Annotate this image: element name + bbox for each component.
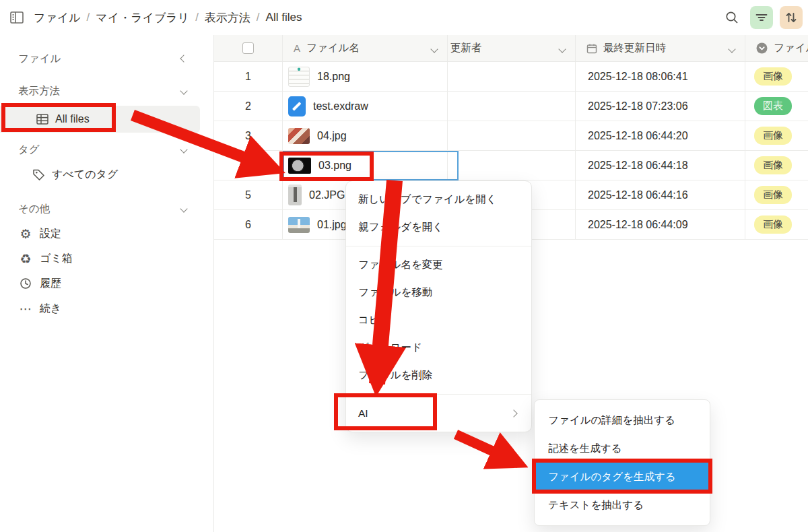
updater-cell [448,121,576,150]
sidebar-item-label: 続き [40,302,61,316]
file-name[interactable]: 03.png [318,160,351,172]
context-menu-item[interactable]: ファイルを削除 [346,362,531,389]
breadcrumb-item-all-files[interactable]: All files [266,11,302,24]
ai-submenu-item[interactable]: ファイルの詳細を抽出する [535,406,710,434]
ai-submenu-item[interactable]: テキストを抽出する [535,491,710,519]
select-all-cell [214,35,283,61]
breadcrumb-separator: / [87,11,90,24]
breadcrumb-item-views[interactable]: 表示方法 [205,10,250,26]
table-row[interactable]: 2 test.exdraw 2025-12-18 07:23:06 図表 [214,92,808,121]
table-row[interactable]: 3 04.jpg 2025-12-18 06:44:20 画像 [214,121,808,151]
chevron-left-icon[interactable] [180,55,187,62]
menu-separator [346,246,531,246]
sidebar-section-tags[interactable]: タグ [0,137,213,162]
chevron-down-icon[interactable] [180,205,187,212]
row-number: 2 [245,100,251,112]
sidebar-section-other[interactable]: その他 [0,197,213,221]
sidebar-section-label: 表示方法 [18,84,60,98]
chevron-down-icon[interactable] [728,45,735,53]
text-type-icon: A [294,42,300,54]
search-button[interactable] [720,6,743,29]
updater-cell [448,92,576,121]
file-name[interactable]: 18.png [317,71,350,83]
sidebar-item-settings[interactable]: ⚙ 設定 [0,222,213,246]
sidebar-item-more[interactable]: ⋯ 続き [0,296,213,321]
sidebar-section-label: タグ [18,143,40,157]
menu-separator [346,394,531,395]
sidebar-item-label: ゴミ箱 [40,252,73,266]
sidebar-item-label: すべてのタグ [52,168,118,182]
chevron-down-icon[interactable] [430,45,438,53]
context-menu-item[interactable]: 新しいタブでファイルを開く [346,186,531,213]
table-row[interactable]: 4 03.png 2025-12-18 06:44:18 画像 [214,151,808,180]
ai-submenu-item[interactable]: ファイルのタグを生成する [535,463,710,491]
file-type-tag[interactable]: 画像 [754,215,792,233]
updated-at: 2025-12-18 06:44:09 [588,219,688,231]
file-thumbnail-exdraw [288,96,306,117]
column-header-type[interactable]: ファイルタイプ [745,35,808,61]
row-number: 3 [245,130,251,142]
tag-icon [32,168,45,181]
sort-button[interactable] [780,6,803,29]
file-name[interactable]: 04.jpg [317,130,347,142]
context-menu-item[interactable]: ファイルを移動 [346,279,531,306]
search-icon [725,10,739,25]
table-header-row: A ファイル名 更新者 最終更新日時 [214,35,808,62]
row-number: 5 [245,189,251,201]
column-header-label: ファイルタイプ [774,41,808,55]
file-type-tag[interactable]: 画像 [754,127,792,144]
recycle-icon: ♻ [18,253,33,265]
select-all-checkbox[interactable] [242,42,254,54]
file-name[interactable]: 02.JPG [309,189,345,201]
topbar-actions [720,0,803,35]
sidebar: ファイル 表示方法 All files タグ すべてのタグ その他 [0,35,214,532]
context-menu-item[interactable]: ダウンロード [346,334,531,362]
column-header-name[interactable]: A ファイル名 [283,35,448,61]
chevron-down-icon[interactable] [180,87,187,94]
sidebar-item-label: All files [55,113,90,125]
sidebar-item-all-tags[interactable]: すべてのタグ [0,162,213,187]
breadcrumb-item-files[interactable]: ファイル [34,10,81,26]
context-menu-item[interactable]: コピー [346,306,531,334]
ai-submenu-item[interactable]: 記述を生成する [535,434,710,463]
column-header-label: ファイル名 [306,41,360,55]
select-type-icon [756,42,768,54]
filter-button[interactable] [750,6,773,29]
filter-icon [755,11,768,24]
topbar: ファイル / マイ・ライブラリ / 表示方法 / All files [0,0,808,35]
breadcrumb-separator: / [257,11,260,24]
sidebar-item-trash[interactable]: ♻ ゴミ箱 [0,246,213,271]
sidebar-toggle-icon[interactable] [9,10,24,25]
sidebar-section-files[interactable]: ファイル [0,46,213,71]
sidebar-section-label: その他 [18,202,50,216]
file-name[interactable]: test.exdraw [313,100,368,112]
calendar-icon [586,43,597,54]
context-menu-item-ai[interactable]: AI [346,399,531,427]
chevron-right-icon [510,409,517,417]
file-type-tag[interactable]: 画像 [754,67,792,85]
context-menu-item[interactable]: ファイル名を変更 [346,251,531,279]
file-type-tag[interactable]: 画像 [754,186,792,203]
updated-at: 2025-12-18 06:44:20 [588,130,688,142]
ai-submenu: ファイルの詳細を抽出する 記述を生成する ファイルのタグを生成する テキストを抽… [534,399,710,526]
chevron-down-icon[interactable] [180,145,187,153]
chevron-down-icon[interactable] [558,45,566,53]
file-type-tag[interactable]: 画像 [754,156,792,174]
file-thumbnail-beach [288,217,310,233]
breadcrumb-item-library[interactable]: マイ・ライブラリ [96,10,189,26]
column-header-updater[interactable]: 更新者 [448,35,576,61]
column-header-updated[interactable]: 最終更新日時 [576,35,745,61]
sidebar-item-label: 履歴 [40,277,61,291]
file-name[interactable]: 01.jpg [317,219,347,231]
column-header-label: 更新者 [450,41,482,55]
context-menu-item[interactable]: 親フォルダを開く [346,213,531,241]
row-number: 4 [245,160,251,172]
sidebar-section-views[interactable]: 表示方法 [0,79,213,103]
updated-at: 2025-12-18 08:06:41 [588,71,688,83]
ellipsis-icon: ⋯ [18,302,33,315]
sidebar-item-all-files[interactable]: All files [0,106,200,133]
table-row[interactable]: 1 18.png 2025-12-18 08:06:41 画像 [214,62,808,92]
sidebar-item-history[interactable]: 履歴 [0,271,213,296]
file-type-tag[interactable]: 図表 [754,97,792,114]
file-thumbnail-tower [288,185,302,205]
